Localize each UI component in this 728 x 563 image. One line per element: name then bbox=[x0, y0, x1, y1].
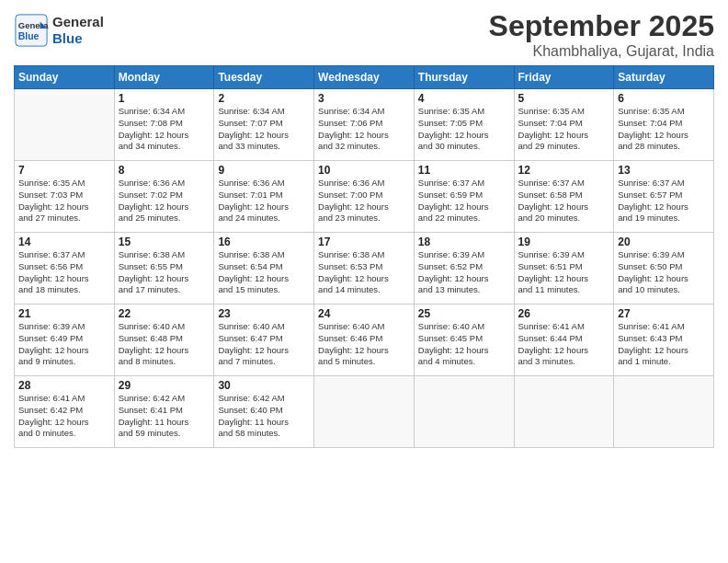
calendar-week-0: 1Sunrise: 6:34 AM Sunset: 7:08 PM Daylig… bbox=[15, 89, 714, 161]
day-info: Sunrise: 6:40 AM Sunset: 6:45 PM Dayligh… bbox=[418, 321, 510, 368]
calendar-cell: 7Sunrise: 6:35 AM Sunset: 7:03 PM Daylig… bbox=[15, 161, 115, 233]
calendar-cell bbox=[414, 376, 514, 448]
header-tuesday: Tuesday bbox=[214, 66, 314, 89]
day-number: 10 bbox=[318, 164, 410, 177]
day-number: 17 bbox=[318, 236, 410, 248]
logo: General Blue General Blue bbox=[14, 13, 104, 48]
calendar-cell: 22Sunrise: 6:40 AM Sunset: 6:48 PM Dayli… bbox=[114, 304, 214, 376]
day-number: 16 bbox=[218, 236, 310, 248]
logo-wordmark: General Blue bbox=[52, 14, 104, 47]
day-number: 15 bbox=[119, 236, 210, 248]
header-saturday: Saturday bbox=[614, 66, 714, 89]
calendar-cell: 26Sunrise: 6:41 AM Sunset: 6:44 PM Dayli… bbox=[514, 304, 614, 376]
calendar-cell: 13Sunrise: 6:37 AM Sunset: 6:57 PM Dayli… bbox=[614, 161, 714, 233]
calendar-cell: 9Sunrise: 6:36 AM Sunset: 7:01 PM Daylig… bbox=[214, 161, 314, 233]
day-info: Sunrise: 6:38 AM Sunset: 6:54 PM Dayligh… bbox=[218, 249, 310, 296]
day-number: 2 bbox=[218, 92, 310, 105]
calendar-cell bbox=[314, 376, 415, 448]
day-info: Sunrise: 6:41 AM Sunset: 6:44 PM Dayligh… bbox=[518, 321, 610, 368]
calendar-cell: 27Sunrise: 6:41 AM Sunset: 6:43 PM Dayli… bbox=[614, 304, 714, 376]
header-friday: Friday bbox=[514, 66, 614, 89]
calendar-cell: 16Sunrise: 6:38 AM Sunset: 6:54 PM Dayli… bbox=[214, 233, 314, 304]
month-title: September 2025 bbox=[489, 9, 714, 43]
day-number: 5 bbox=[518, 92, 610, 105]
day-number: 12 bbox=[518, 164, 610, 177]
day-info: Sunrise: 6:35 AM Sunset: 7:04 PM Dayligh… bbox=[518, 106, 610, 153]
day-info: Sunrise: 6:42 AM Sunset: 6:40 PM Dayligh… bbox=[218, 393, 310, 440]
day-number: 23 bbox=[218, 307, 310, 320]
day-info: Sunrise: 6:42 AM Sunset: 6:41 PM Dayligh… bbox=[119, 393, 210, 440]
calendar-cell: 30Sunrise: 6:42 AM Sunset: 6:40 PM Dayli… bbox=[214, 376, 314, 448]
calendar-cell: 3Sunrise: 6:34 AM Sunset: 7:06 PM Daylig… bbox=[314, 89, 415, 161]
day-info: Sunrise: 6:35 AM Sunset: 7:05 PM Dayligh… bbox=[418, 106, 510, 153]
svg-text:General: General bbox=[18, 20, 49, 30]
day-number: 19 bbox=[518, 236, 610, 248]
calendar-cell: 1Sunrise: 6:34 AM Sunset: 7:08 PM Daylig… bbox=[114, 89, 214, 161]
calendar-cell: 17Sunrise: 6:38 AM Sunset: 6:53 PM Dayli… bbox=[314, 233, 415, 304]
location: Khambhaliya, Gujarat, India bbox=[489, 43, 714, 60]
day-number: 8 bbox=[119, 164, 210, 177]
calendar-cell bbox=[614, 376, 714, 448]
calendar-cell: 23Sunrise: 6:40 AM Sunset: 6:47 PM Dayli… bbox=[214, 304, 314, 376]
calendar-cell: 18Sunrise: 6:39 AM Sunset: 6:52 PM Dayli… bbox=[414, 233, 514, 304]
calendar-cell bbox=[15, 89, 115, 161]
day-number: 24 bbox=[318, 307, 410, 320]
header-wednesday: Wednesday bbox=[314, 66, 415, 89]
day-number: 29 bbox=[119, 379, 210, 392]
day-number: 26 bbox=[518, 307, 610, 320]
day-info: Sunrise: 6:37 AM Sunset: 6:56 PM Dayligh… bbox=[18, 249, 110, 296]
day-number: 14 bbox=[18, 236, 110, 248]
calendar-cell: 4Sunrise: 6:35 AM Sunset: 7:05 PM Daylig… bbox=[414, 89, 514, 161]
day-number: 28 bbox=[18, 379, 110, 392]
day-number: 6 bbox=[618, 92, 710, 105]
calendar-week-4: 28Sunrise: 6:41 AM Sunset: 6:42 PM Dayli… bbox=[15, 376, 714, 448]
logo-general: General bbox=[52, 14, 104, 30]
calendar-week-1: 7Sunrise: 6:35 AM Sunset: 7:03 PM Daylig… bbox=[15, 161, 714, 233]
calendar-cell: 6Sunrise: 6:35 AM Sunset: 7:04 PM Daylig… bbox=[614, 89, 714, 161]
day-info: Sunrise: 6:39 AM Sunset: 6:49 PM Dayligh… bbox=[18, 321, 110, 368]
calendar-cell: 28Sunrise: 6:41 AM Sunset: 6:42 PM Dayli… bbox=[15, 376, 115, 448]
day-info: Sunrise: 6:34 AM Sunset: 7:07 PM Dayligh… bbox=[218, 106, 310, 153]
day-number: 25 bbox=[418, 307, 510, 320]
calendar-cell: 12Sunrise: 6:37 AM Sunset: 6:58 PM Dayli… bbox=[514, 161, 614, 233]
day-number: 13 bbox=[618, 164, 710, 177]
day-info: Sunrise: 6:40 AM Sunset: 6:48 PM Dayligh… bbox=[119, 321, 210, 368]
day-info: Sunrise: 6:40 AM Sunset: 6:47 PM Dayligh… bbox=[218, 321, 310, 368]
day-number: 11 bbox=[418, 164, 510, 177]
day-info: Sunrise: 6:39 AM Sunset: 6:50 PM Dayligh… bbox=[618, 249, 710, 296]
day-info: Sunrise: 6:36 AM Sunset: 7:00 PM Dayligh… bbox=[318, 178, 410, 224]
day-info: Sunrise: 6:39 AM Sunset: 6:51 PM Dayligh… bbox=[518, 249, 610, 296]
day-info: Sunrise: 6:37 AM Sunset: 6:57 PM Dayligh… bbox=[618, 178, 710, 224]
day-info: Sunrise: 6:34 AM Sunset: 7:06 PM Dayligh… bbox=[318, 106, 410, 153]
calendar-week-2: 14Sunrise: 6:37 AM Sunset: 6:56 PM Dayli… bbox=[15, 233, 714, 304]
day-info: Sunrise: 6:36 AM Sunset: 7:02 PM Dayligh… bbox=[119, 178, 210, 224]
day-info: Sunrise: 6:34 AM Sunset: 7:08 PM Dayligh… bbox=[119, 106, 210, 153]
day-number: 21 bbox=[18, 307, 110, 320]
day-info: Sunrise: 6:35 AM Sunset: 7:03 PM Dayligh… bbox=[18, 178, 110, 224]
calendar-cell: 2Sunrise: 6:34 AM Sunset: 7:07 PM Daylig… bbox=[214, 89, 314, 161]
day-number: 30 bbox=[218, 379, 310, 392]
calendar-cell: 19Sunrise: 6:39 AM Sunset: 6:51 PM Dayli… bbox=[514, 233, 614, 304]
calendar-header-row: SundayMondayTuesdayWednesdayThursdayFrid… bbox=[15, 66, 714, 89]
day-number: 1 bbox=[119, 92, 210, 105]
calendar-cell: 24Sunrise: 6:40 AM Sunset: 6:46 PM Dayli… bbox=[314, 304, 415, 376]
header-monday: Monday bbox=[114, 66, 214, 89]
header: General Blue General Blue September 2025… bbox=[14, 9, 714, 60]
day-info: Sunrise: 6:38 AM Sunset: 6:55 PM Dayligh… bbox=[119, 249, 210, 296]
day-number: 7 bbox=[18, 164, 110, 177]
page: General Blue General Blue September 2025… bbox=[0, 0, 728, 563]
day-number: 3 bbox=[318, 92, 410, 105]
calendar-week-3: 21Sunrise: 6:39 AM Sunset: 6:49 PM Dayli… bbox=[15, 304, 714, 376]
calendar-cell: 15Sunrise: 6:38 AM Sunset: 6:55 PM Dayli… bbox=[114, 233, 214, 304]
svg-text:Blue: Blue bbox=[18, 31, 40, 41]
day-info: Sunrise: 6:41 AM Sunset: 6:42 PM Dayligh… bbox=[18, 393, 110, 440]
header-sunday: Sunday bbox=[15, 66, 115, 89]
calendar-cell: 5Sunrise: 6:35 AM Sunset: 7:04 PM Daylig… bbox=[514, 89, 614, 161]
day-number: 4 bbox=[418, 92, 510, 105]
header-thursday: Thursday bbox=[414, 66, 514, 89]
day-info: Sunrise: 6:37 AM Sunset: 6:58 PM Dayligh… bbox=[518, 178, 610, 224]
logo-icon: General Blue bbox=[14, 13, 49, 48]
day-info: Sunrise: 6:36 AM Sunset: 7:01 PM Dayligh… bbox=[218, 178, 310, 224]
day-number: 20 bbox=[618, 236, 710, 248]
calendar-cell: 25Sunrise: 6:40 AM Sunset: 6:45 PM Dayli… bbox=[414, 304, 514, 376]
